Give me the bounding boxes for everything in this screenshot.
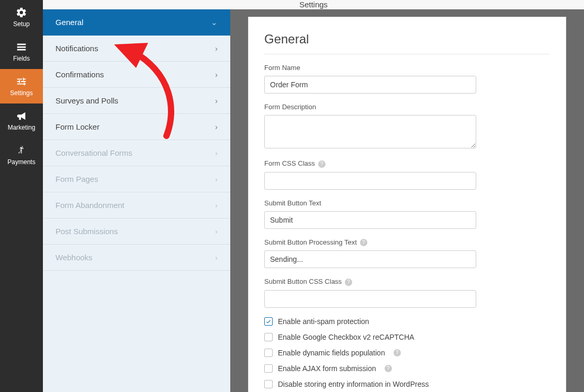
help-icon[interactable]: ? <box>318 160 325 168</box>
settings-item-general[interactable]: General ⌄ <box>43 9 230 36</box>
topbar: Settings <box>43 0 584 9</box>
submit-button-text-label: Submit Button Text <box>264 199 550 207</box>
settings-item-form-locker[interactable]: Form Locker › <box>43 114 230 140</box>
help-icon[interactable]: ? <box>385 365 392 372</box>
settings-item-label: Surveys and Polls <box>55 96 118 105</box>
icon-sidebar: Setup Fields Settings Marketing Payments <box>0 0 43 392</box>
submit-button-css-class-input[interactable] <box>264 290 476 308</box>
gear-icon <box>16 7 27 18</box>
settings-item-post-submissions[interactable]: Post Submissions › <box>43 218 230 245</box>
sidebar-item-label: Setup <box>13 20 29 28</box>
checkbox-icon[interactable] <box>264 349 273 357</box>
sliders-icon <box>16 76 27 87</box>
checkbox-label: Enable AJAX form submission <box>278 364 376 373</box>
page-title: Settings <box>299 0 328 9</box>
checkbox-icon[interactable] <box>264 317 273 326</box>
chevron-right-icon: › <box>215 122 218 131</box>
field-form-css-class: Form CSS Class? <box>264 159 550 190</box>
help-icon[interactable]: ? <box>345 279 352 286</box>
panel-wrap: General Form Name Form Description Form … <box>230 9 584 392</box>
settings-item-form-abandonment[interactable]: Form Abandonment › <box>43 192 230 218</box>
form-name-label: Form Name <box>264 64 550 72</box>
sidebar-item-setup[interactable]: Setup <box>0 0 43 34</box>
checkbox-icon[interactable] <box>264 364 273 373</box>
checkbox-label: Enable Google Checkbox v2 reCAPTCHA <box>278 333 414 341</box>
chevron-right-icon: › <box>215 70 218 79</box>
settings-item-label: Form Abandonment <box>55 201 125 210</box>
form-description-input[interactable] <box>264 115 476 148</box>
settings-item-conversational-forms[interactable]: Conversational Forms › <box>43 140 230 166</box>
checkbox-anti-spam[interactable]: Enable anti-spam protection <box>264 317 550 326</box>
submit-button-processing-text-label: Submit Button Processing Text? <box>264 238 550 247</box>
chevron-right-icon: › <box>215 175 218 183</box>
settings-item-label: Webhooks <box>55 253 93 262</box>
settings-item-label: Confirmations <box>55 70 104 79</box>
submit-button-processing-text-input[interactable] <box>264 250 476 268</box>
general-settings-panel: General Form Name Form Description Form … <box>248 17 566 392</box>
settings-item-webhooks[interactable]: Webhooks › <box>43 245 230 271</box>
settings-item-notifications[interactable]: Notifications › <box>43 36 230 62</box>
help-icon[interactable]: ? <box>360 239 367 246</box>
form-css-class-input[interactable] <box>264 172 476 190</box>
checkbox-label: Enable dynamic fields population <box>278 349 385 357</box>
dollar-icon <box>16 145 27 156</box>
checkbox-ajax[interactable]: Enable AJAX form submission ? <box>264 364 550 373</box>
chevron-right-icon: › <box>215 253 218 262</box>
chevron-down-icon: ⌄ <box>211 18 218 27</box>
settings-item-label: General <box>55 18 83 27</box>
settings-item-label: Notifications <box>55 44 98 53</box>
form-name-input[interactable] <box>264 76 476 94</box>
checkbox-icon[interactable] <box>264 380 273 388</box>
checkbox-disable-storing[interactable]: Disable storing entry information in Wor… <box>264 380 550 388</box>
chevron-right-icon: › <box>215 44 218 53</box>
settings-item-surveys-polls[interactable]: Surveys and Polls › <box>43 88 230 114</box>
list-icon <box>16 41 27 53</box>
checkbox-icon[interactable] <box>264 333 273 341</box>
bullhorn-icon <box>16 110 27 122</box>
settings-item-label: Conversational Forms <box>55 148 132 157</box>
field-form-description: Form Description <box>264 103 550 150</box>
field-submit-button-text: Submit Button Text <box>264 199 550 229</box>
checkbox-recaptcha[interactable]: Enable Google Checkbox v2 reCAPTCHA <box>264 333 550 341</box>
submit-button-css-class-label: Submit Button CSS Class? <box>264 278 550 286</box>
help-icon[interactable]: ? <box>394 349 401 356</box>
field-submit-button-processing-text: Submit Button Processing Text? <box>264 238 550 269</box>
divider <box>264 54 550 54</box>
sidebar-item-fields[interactable]: Fields <box>0 34 43 69</box>
form-description-label: Form Description <box>264 103 550 111</box>
panel-heading: General <box>264 32 550 47</box>
settings-item-form-pages[interactable]: Form Pages › <box>43 166 230 192</box>
chevron-right-icon: › <box>215 96 218 105</box>
chevron-right-icon: › <box>215 148 218 157</box>
submit-button-text-input[interactable] <box>264 211 476 229</box>
sidebar-item-label: Fields <box>13 55 30 62</box>
form-css-class-label: Form CSS Class? <box>264 159 550 168</box>
chevron-right-icon: › <box>215 227 218 236</box>
sidebar-item-label: Payments <box>7 158 35 166</box>
settings-item-label: Form Locker <box>55 122 99 131</box>
checkbox-label: Enable anti-spam protection <box>278 317 369 326</box>
checkbox-dynamic-fields[interactable]: Enable dynamic fields population ? <box>264 349 550 357</box>
field-submit-button-css-class: Submit Button CSS Class? <box>264 278 550 308</box>
sidebar-item-marketing[interactable]: Marketing <box>0 103 43 138</box>
chevron-right-icon: › <box>215 201 218 210</box>
settings-item-confirmations[interactable]: Confirmations › <box>43 62 230 88</box>
sidebar-item-label: Settings <box>10 89 32 97</box>
sidebar-item-payments[interactable]: Payments <box>0 138 43 172</box>
settings-item-label: Post Submissions <box>55 227 118 236</box>
field-form-name: Form Name <box>264 64 550 94</box>
sidebar-item-label: Marketing <box>8 124 36 131</box>
checkbox-label: Disable storing entry information in Wor… <box>278 380 429 388</box>
settings-sidebar: General ⌄ Notifications › Confirmations … <box>43 9 230 392</box>
settings-item-label: Form Pages <box>55 175 98 183</box>
sidebar-item-settings[interactable]: Settings <box>0 69 43 103</box>
